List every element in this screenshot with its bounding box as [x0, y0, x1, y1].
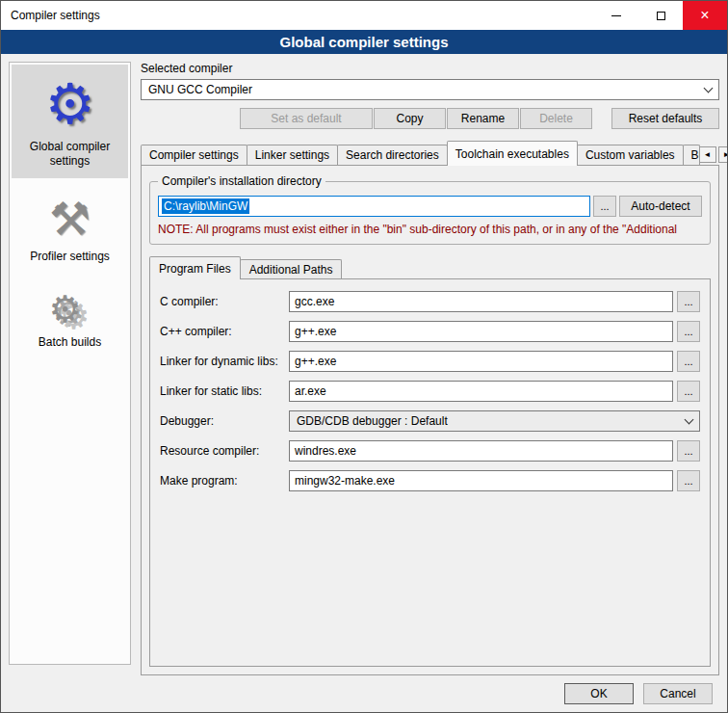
install-dir-selected-text: C:\raylib\MinGW [162, 198, 249, 214]
close-icon: × [700, 8, 709, 23]
field-row: Debugger: GDB/CDB debugger : Default [160, 410, 700, 432]
stacked-gears-icon: ⚙ [48, 291, 81, 328]
category-sidebar: ⚙ Global compiler settings ⚒ Profiler se… [9, 62, 131, 665]
debugger-label: Debugger: [160, 414, 285, 428]
field-row: Make program: mingw32-make.exe ... [160, 470, 700, 491]
tab-toolchain-executables[interactable]: Toolchain executables [447, 141, 578, 166]
resource-compiler-label: Resource compiler: [160, 444, 285, 458]
sidebar-item-label: Profiler settings [30, 250, 110, 264]
delete-button[interactable]: Delete [520, 108, 592, 129]
compiler-settings-window: Compiler settings × Global compiler sett… [0, 0, 728, 713]
note-text: NOTE: All programs must exist either in … [158, 223, 702, 236]
minimize-icon [611, 15, 621, 16]
compiler-actions: Set as default Copy Rename Delete Reset … [141, 108, 719, 129]
minimize-button[interactable] [594, 1, 638, 30]
linker-static-input[interactable]: ar.exe [289, 381, 673, 402]
cpp-compiler-label: C++ compiler: [160, 325, 285, 338]
cpp-compiler-input[interactable]: g++.exe [289, 321, 673, 342]
compiler-select[interactable]: GNU GCC Compiler [141, 79, 719, 100]
field-row: Linker for dynamic libs: g++.exe ... [160, 351, 700, 372]
field-row: Resource compiler: windres.exe ... [160, 440, 700, 462]
make-program-browse-button[interactable]: ... [677, 470, 700, 491]
sidebar-item-batch-builds[interactable]: ⚙ Batch builds [12, 279, 128, 359]
set-as-default-button[interactable]: Set as default [240, 108, 373, 129]
main-panel: Selected compiler GNU GCC Compiler Set a… [141, 62, 719, 675]
linker-dynamic-browse-button[interactable]: ... [677, 351, 700, 372]
linker-dynamic-input[interactable]: g++.exe [289, 351, 673, 372]
tab-program-files[interactable]: Program Files [149, 256, 241, 279]
group-title: Compiler's installation directory [158, 174, 325, 188]
close-button[interactable]: × [683, 1, 727, 30]
c-compiler-input[interactable]: gcc.exe [289, 291, 673, 312]
autodetect-button[interactable]: Auto-detect [619, 196, 702, 217]
dialog-footer: OK Cancel [564, 683, 713, 704]
tab-compiler-settings[interactable]: Compiler settings [141, 145, 247, 165]
tab-search-directories[interactable]: Search directories [337, 145, 448, 165]
profiler-tool-icon: ⚒ [49, 196, 91, 242]
tab-additional-paths[interactable]: Additional Paths [240, 259, 343, 278]
toolchain-executables-panel: Compiler's installation directory C:\ray… [141, 165, 719, 675]
arrow-left-icon: ◄ [704, 150, 712, 159]
gear-icon: ⚙ [45, 76, 95, 132]
tab-build-options[interactable]: Buil [683, 145, 700, 165]
tab-scroll-right-button[interactable]: ► [718, 146, 728, 163]
linker-static-label: Linker for static libs: [160, 384, 285, 398]
settings-tabstrip: Compiler settings Linker settings Search… [141, 141, 719, 165]
install-dir-row: C:\raylib\MinGW ... Auto-detect [158, 196, 702, 217]
reset-defaults-button[interactable]: Reset defaults [611, 108, 719, 129]
cpp-compiler-browse-button[interactable]: ... [677, 321, 700, 342]
sidebar-item-profiler-settings[interactable]: ⚒ Profiler settings [12, 184, 128, 274]
dialog-header-title: Global compiler settings [279, 34, 448, 50]
program-files-panel: C compiler: gcc.exe ... C++ compiler: g+… [149, 278, 711, 667]
chevron-down-icon [704, 83, 714, 92]
resource-compiler-browse-button[interactable]: ... [677, 440, 700, 462]
sidebar-item-label: Batch builds [39, 335, 101, 350]
rename-button[interactable]: Rename [447, 108, 519, 129]
maximize-icon [657, 12, 665, 20]
maximize-button[interactable] [638, 1, 683, 30]
cancel-button[interactable]: Cancel [643, 683, 713, 704]
program-files-tabstrip: Program Files Additional Paths [149, 256, 711, 278]
titlebar[interactable]: Compiler settings × [1, 1, 727, 30]
tab-linker-settings[interactable]: Linker settings [247, 145, 338, 165]
linker-static-browse-button[interactable]: ... [677, 381, 700, 402]
chevron-down-icon [685, 414, 694, 424]
selected-compiler-label: Selected compiler [141, 62, 719, 75]
compiler-select-value: GNU GCC Compiler [148, 83, 705, 96]
installation-directory-group: Compiler's installation directory C:\ray… [149, 181, 711, 245]
c-compiler-browse-button[interactable]: ... [677, 291, 700, 312]
field-row: Linker for static libs: ar.exe ... [160, 381, 700, 402]
sidebar-item-global-compiler-settings[interactable]: ⚙ Global compiler settings [12, 65, 128, 178]
make-program-label: Make program: [160, 474, 285, 488]
linker-dynamic-label: Linker for dynamic libs: [160, 355, 285, 368]
ok-button[interactable]: OK [564, 683, 634, 704]
make-program-input[interactable]: mingw32-make.exe [289, 470, 673, 491]
arrow-right-icon: ► [723, 150, 728, 159]
tab-scroll-left-button[interactable]: ◄ [699, 146, 716, 163]
field-row: C compiler: gcc.exe ... [160, 291, 700, 312]
dialog-header: Global compiler settings [1, 30, 727, 54]
install-dir-browse-button[interactable]: ... [593, 196, 616, 217]
debugger-select[interactable]: GDB/CDB debugger : Default [289, 410, 700, 432]
dialog-content: ⚙ Global compiler settings ⚒ Profiler se… [1, 54, 727, 712]
copy-button[interactable]: Copy [374, 108, 446, 129]
window-title: Compiler settings [1, 9, 100, 22]
sidebar-item-label: Global compiler settings [13, 140, 126, 169]
window-controls: × [594, 1, 727, 30]
c-compiler-label: C compiler: [160, 295, 285, 308]
debugger-select-value: GDB/CDB debugger : Default [297, 414, 686, 428]
resource-compiler-input[interactable]: windres.exe [289, 440, 673, 462]
install-dir-input[interactable]: C:\raylib\MinGW [158, 196, 590, 217]
field-row: C++ compiler: g++.exe ... [160, 321, 700, 342]
tab-custom-variables[interactable]: Custom variables [577, 145, 684, 165]
